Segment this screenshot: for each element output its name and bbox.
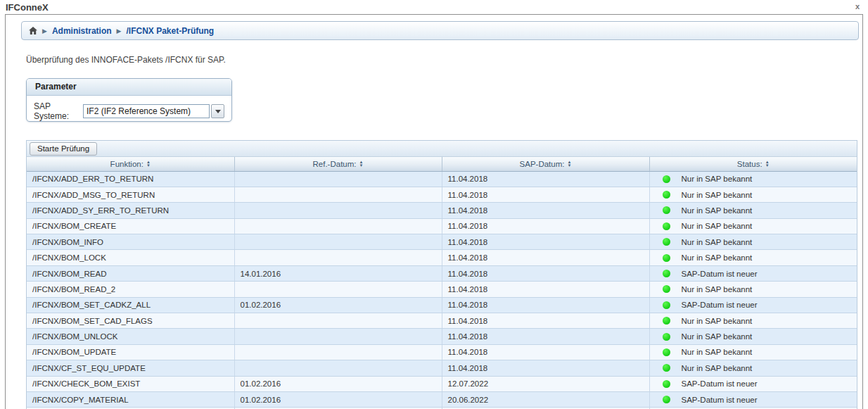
column-header-ref-datum[interactable]: Ref.-Datum:▲▼	[234, 157, 442, 171]
cell-sap-datum: 11.04.2018	[442, 234, 649, 250]
status-ok-icon	[663, 301, 670, 309]
status-label: Nur in SAP bekannt	[682, 285, 753, 294]
cell-ref-datum: 14.01.2016	[234, 265, 442, 281]
parameter-panel-title: Parameter	[27, 79, 231, 96]
table-row[interactable]: /IFCNX/ADD_MSG_TO_RETURN11.04.2018Nur in…	[27, 187, 857, 202]
status-ok-icon	[663, 380, 670, 388]
status-label: Nur in SAP bekannt	[682, 238, 753, 246]
cell-ref-datum: 01.02.2016	[234, 297, 442, 313]
sort-icon[interactable]: ▲▼	[146, 161, 151, 168]
combo-dropdown-button[interactable]	[211, 104, 224, 118]
sap-system-combobox[interactable]: IF2 (IF2 Reference System)	[83, 104, 224, 118]
cell-funktion: /IFCNX/BOM_CREATE	[27, 218, 234, 234]
status-ok-icon	[663, 206, 670, 214]
cell-status: Nur in SAP bekannt	[649, 344, 857, 360]
cell-status: Nur in SAP bekannt	[649, 187, 857, 202]
sap-system-value[interactable]: IF2 (IF2 Reference System)	[83, 104, 210, 118]
breadcrumb-arrow-icon: ▶	[117, 27, 122, 34]
cell-sap-datum: 11.04.2018	[442, 265, 649, 281]
table-body: /IFCNX/ADD_ERR_TO_RETURN11.04.2018Nur in…	[27, 171, 857, 409]
table-row[interactable]: /IFCNX/ADD_ERR_TO_RETURN11.04.2018Nur in…	[27, 171, 857, 187]
cell-status: Nur in SAP bekannt	[649, 234, 857, 250]
status-label: Nur in SAP bekannt	[682, 253, 753, 262]
column-header-sap-datum[interactable]: SAP-Datum:▲▼	[442, 157, 649, 171]
cell-funktion: /IFCNX/CF_ST_EQU_UPDATE	[27, 360, 234, 376]
table-row[interactable]: /IFCNX/CF_ST_EQU_UPDATE11.04.2018Nur in …	[27, 360, 857, 376]
app-title: IFConneX	[6, 2, 49, 13]
status-ok-icon	[663, 238, 670, 246]
cell-ref-datum: 01.02.2016	[234, 376, 442, 391]
table-row[interactable]: /IFCNX/BOM_READ14.01.201611.04.2018SAP-D…	[27, 265, 857, 281]
cell-status: SAP-Datum ist neuer	[649, 297, 857, 313]
start-check-button[interactable]: Starte Prüfung	[30, 142, 97, 156]
cell-sap-datum: 11.04.2018	[442, 297, 649, 313]
table-row[interactable]: /IFCNX/CHECK_BOM_EXIST01.02.201612.07.20…	[27, 376, 857, 391]
table-row[interactable]: /IFCNX/COPY_MATERIAL01.02.201620.06.2022…	[27, 391, 857, 407]
cell-sap-datum: 12.07.2022	[442, 376, 649, 391]
cell-funktion: /IFCNX/BOM_INFO	[27, 234, 234, 250]
table-row[interactable]: /IFCNX/ADD_SY_ERR_TO_RETURN11.04.2018Nur…	[27, 203, 857, 218]
cell-status: Nur in SAP bekannt	[649, 203, 857, 218]
status-label: SAP-Datum ist neuer	[682, 270, 758, 278]
cell-funktion: /IFCNX/BOM_UPDATE	[27, 344, 234, 360]
table-row[interactable]: /IFCNX/BOM_INFO11.04.2018Nur in SAP beka…	[27, 234, 857, 250]
cell-ref-datum	[234, 203, 442, 218]
cell-sap-datum: 11.04.2018	[442, 313, 649, 329]
table-row[interactable]: /IFCNX/BOM_UPDATE11.04.2018Nur in SAP be…	[27, 344, 857, 360]
home-icon[interactable]	[29, 27, 37, 34]
content-panel: ▶ Administration ▶ /IFCNX Paket-Prüfung …	[5, 14, 863, 409]
status-label: Nur in SAP bekannt	[682, 317, 753, 325]
cell-funktion: /IFCNX/BOM_UNLOCK	[27, 329, 234, 344]
cell-status: Nur in SAP bekannt	[649, 313, 857, 329]
status-ok-icon	[663, 348, 670, 356]
table-row[interactable]: /IFCNX/BOM_CREATE11.04.2018Nur in SAP be…	[27, 218, 857, 234]
cell-funktion: /IFCNX/CHECK_BOM_EXIST	[27, 376, 234, 391]
cell-status: Nur in SAP bekannt	[649, 250, 857, 265]
column-header-status[interactable]: Status:▲▼	[649, 157, 857, 171]
cell-status: SAP-Datum ist neuer	[649, 391, 857, 407]
status-label: Nur in SAP bekannt	[682, 175, 753, 183]
status-ok-icon	[663, 175, 670, 183]
table-row[interactable]: /IFCNX/BOM_UNLOCK11.04.2018Nur in SAP be…	[27, 329, 857, 344]
cell-funktion: /IFCNX/COPY_MATERIAL	[27, 391, 234, 407]
grid-toolbar: Starte Prüfung	[27, 141, 857, 157]
breadcrumb-item-paket-pruefung[interactable]: /IFCNX Paket-Prüfung	[127, 26, 215, 36]
cell-sap-datum: 11.04.2018	[442, 171, 649, 187]
cell-funktion: /IFCNX/BOM_READ	[27, 265, 234, 281]
status-ok-icon	[663, 254, 670, 262]
status-ok-icon	[663, 191, 670, 199]
table-row[interactable]: /IFCNX/BOM_SET_CADKZ_ALL01.02.201611.04.…	[27, 297, 857, 313]
cell-ref-datum	[234, 282, 442, 297]
cell-ref-datum	[234, 250, 442, 265]
cell-funktion: /IFCNX/BOM_SET_CADKZ_ALL	[27, 297, 234, 313]
table-header-row: Funktion:▲▼ Ref.-Datum:▲▼ SAP-Datum:▲▼ S…	[27, 157, 857, 171]
cell-sap-datum: 11.04.2018	[442, 282, 649, 297]
page-description: Überprüfung des INNOFACE-Pakets /IFCNX f…	[26, 55, 226, 65]
cell-funktion: /IFCNX/BOM_SET_CAD_FLAGS	[27, 313, 234, 329]
status-label: Nur in SAP bekannt	[682, 332, 753, 341]
close-icon[interactable]: x	[855, 2, 860, 11]
table-row[interactable]: /IFCNX/BOM_SET_CAD_FLAGS11.04.2018Nur in…	[27, 313, 857, 329]
sort-icon[interactable]: ▲▼	[567, 161, 571, 168]
cell-ref-datum	[234, 329, 442, 344]
column-header-funktion[interactable]: Funktion:▲▼	[27, 157, 234, 171]
cell-ref-datum	[234, 313, 442, 329]
cell-ref-datum	[234, 234, 442, 250]
cell-ref-datum: 01.02.2016	[234, 391, 442, 407]
status-ok-icon	[663, 396, 670, 403]
cell-sap-datum: 11.04.2018	[442, 344, 649, 360]
status-ok-icon	[663, 317, 670, 325]
cell-ref-datum	[234, 218, 442, 234]
cell-funktion: /IFCNX/ADD_ERR_TO_RETURN	[27, 171, 234, 187]
cell-funktion: /IFCNX/ADD_MSG_TO_RETURN	[27, 187, 234, 202]
status-label: Nur in SAP bekannt	[682, 222, 753, 230]
table-row[interactable]: /IFCNX/BOM_READ_211.04.2018Nur in SAP be…	[27, 282, 857, 297]
breadcrumb-item-administration[interactable]: Administration	[52, 26, 112, 36]
cell-sap-datum: 11.04.2018	[442, 250, 649, 265]
table-row[interactable]: /IFCNX/BOM_LOCK11.04.2018Nur in SAP beka…	[27, 250, 857, 265]
sort-icon[interactable]: ▲▼	[765, 161, 770, 168]
cell-funktion: /IFCNX/BOM_LOCK	[27, 250, 234, 265]
cell-ref-datum	[234, 360, 442, 376]
sort-icon[interactable]: ▲▼	[359, 161, 364, 168]
status-label: Nur in SAP bekannt	[682, 348, 753, 356]
